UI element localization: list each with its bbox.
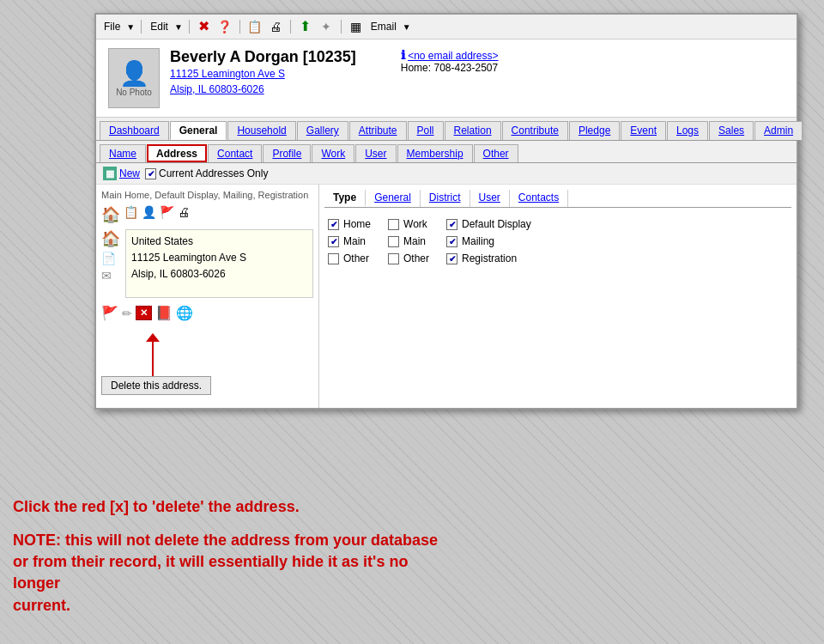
delete-tooltip-area: Delete this address.	[101, 333, 313, 395]
other-work-checkbox-row[interactable]: Other	[388, 252, 429, 264]
note-annotation: NOTE: this will not delete the address f…	[13, 530, 459, 617]
app-window: File ▼ Edit ▼ ✖ ❓ 📋 🖨 ⬆ ✦ ▦ Email ▼ 👤 No…	[94, 13, 798, 410]
email-menu[interactable]: Email	[368, 21, 399, 33]
work-checkbox[interactable]	[388, 219, 399, 230]
registration-checkbox[interactable]: ✔	[446, 253, 457, 264]
pdf-icon[interactable]: 📕	[155, 305, 173, 321]
type-tab-type[interactable]: Type	[324, 190, 366, 207]
sub-tabs: Name Address Contact Profile Work User M…	[96, 141, 797, 163]
tab-general[interactable]: General	[170, 121, 227, 140]
toolbar-sep-3	[239, 20, 240, 33]
main-work-label: Main	[403, 235, 426, 247]
annotation-text: Click the red [x] to 'delete' the addres…	[13, 498, 459, 617]
person-icon[interactable]: 👤	[142, 205, 156, 224]
other-home-checkbox-row[interactable]: Other	[328, 252, 371, 264]
new-icon: ▦	[103, 167, 117, 180]
person-address[interactable]: 11125 Leamington Ave S Alsip, IL 60803-6…	[170, 66, 356, 97]
default-display-checkbox[interactable]: ✔	[446, 219, 457, 230]
tab-pledge[interactable]: Pledge	[569, 121, 620, 140]
copy-icon[interactable]: 📋	[246, 18, 264, 35]
house-icon: 🏠	[101, 229, 122, 248]
tab-dashboard[interactable]: Dashboard	[100, 121, 169, 140]
subtab-work[interactable]: Work	[312, 144, 354, 162]
type-tab-contacts[interactable]: Contacts	[510, 190, 568, 207]
tab-contribute[interactable]: Contribute	[502, 121, 568, 140]
delete-icon[interactable]: ✖	[196, 18, 213, 35]
subtab-name[interactable]: Name	[100, 144, 146, 162]
tab-poll[interactable]: Poll	[408, 121, 444, 140]
tab-admin[interactable]: Admin	[754, 121, 803, 140]
print-icon[interactable]: 🖨	[267, 18, 284, 35]
subtab-profile[interactable]: Profile	[263, 144, 311, 162]
type-tab-general[interactable]: General	[366, 190, 421, 207]
tab-sales[interactable]: Sales	[709, 121, 754, 140]
green-flag-icon[interactable]: 🚩	[101, 305, 118, 321]
main-work-checkbox[interactable]	[388, 236, 399, 247]
default-display-checkbox-row[interactable]: ✔ Default Display	[446, 218, 531, 230]
help-circle-icon: ℹ	[401, 48, 405, 62]
type-tab-user[interactable]: User	[470, 190, 510, 207]
tab-attribute[interactable]: Attribute	[349, 121, 407, 140]
bottom-icons: 🚩 ✏ ✕ 📕 🌐	[101, 305, 313, 321]
subtab-contact[interactable]: Contact	[208, 144, 262, 162]
new-button[interactable]: ▦ New	[103, 167, 140, 180]
other-work-checkbox[interactable]	[388, 253, 399, 264]
type-col-home: ✔ Home ✔ Main Other	[328, 218, 371, 264]
type-tab-district[interactable]: District	[421, 190, 470, 207]
mailing-checkbox-row[interactable]: ✔ Mailing	[446, 235, 531, 247]
avatar-icon: 👤	[119, 59, 149, 88]
default-display-label: Default Display	[462, 218, 531, 230]
tab-logs[interactable]: Logs	[667, 121, 708, 140]
delete-red-x-button[interactable]: ✕	[136, 306, 152, 320]
email-address[interactable]: <no email address>	[408, 50, 498, 62]
delete-tooltip-btn[interactable]: Delete this address.	[101, 376, 211, 395]
globe-icon[interactable]: 🌐	[176, 305, 193, 321]
mailing-checkbox[interactable]: ✔	[446, 236, 457, 247]
work-checkbox-row[interactable]: Work	[388, 218, 429, 230]
current-addresses-checkbox-label[interactable]: ✔ Current Addresses Only	[145, 167, 268, 179]
current-addresses-checkbox[interactable]: ✔	[145, 168, 156, 179]
main-tabs: Dashboard General Household Gallery Attr…	[96, 118, 797, 141]
star-icon[interactable]: ✦	[318, 18, 335, 35]
home-checkbox-row[interactable]: ✔ Home	[328, 218, 371, 230]
address-line1: 11125 Leamington Ave S	[131, 250, 307, 266]
edit-pencil-icon[interactable]: ✏	[122, 307, 132, 320]
right-panel: Type General District User Contacts ✔ Ho…	[319, 185, 797, 408]
tab-gallery[interactable]: Gallery	[297, 121, 348, 140]
type-col-work: Work Main Other	[388, 218, 429, 264]
flag-icon[interactable]: 🚩	[160, 205, 174, 224]
help-icon[interactable]: ❓	[216, 18, 233, 35]
subtab-address[interactable]: Address	[147, 144, 207, 162]
subtab-membership[interactable]: Membership	[397, 144, 473, 162]
home-icon[interactable]: 🏠	[101, 205, 120, 224]
grid-icon[interactable]: ▦	[348, 18, 365, 35]
other-home-checkbox[interactable]	[328, 253, 339, 264]
main-work-checkbox-row[interactable]: Main	[388, 235, 429, 247]
print-addr-icon[interactable]: 🖨	[178, 205, 190, 224]
home-checkbox[interactable]: ✔	[328, 219, 339, 230]
tab-relation[interactable]: Relation	[445, 121, 501, 140]
tab-event[interactable]: Event	[621, 121, 666, 140]
avatar: 👤 No Photo	[108, 48, 160, 108]
left-panel: Main Home, Default Display, Mailing, Reg…	[96, 185, 319, 408]
tab-household[interactable]: Household	[227, 121, 295, 140]
main-home-checkbox-row[interactable]: ✔ Main	[328, 235, 371, 247]
annotation-arrow-svg	[144, 333, 161, 376]
mailing-label: Mailing	[462, 235, 494, 247]
email-arrow[interactable]: ▼	[403, 22, 411, 32]
subtab-other[interactable]: Other	[474, 144, 518, 162]
registration-checkbox-row[interactable]: ✔ Registration	[446, 252, 531, 264]
edit-menu[interactable]: Edit	[148, 21, 171, 33]
address-list-item: 🏠 📄 ✉ United States 11125 Leamington Ave…	[101, 229, 313, 298]
other-work-label: Other	[403, 252, 429, 264]
home-label: Home	[343, 218, 371, 230]
address-type-icons: 🏠 📄 ✉	[101, 229, 122, 298]
main-home-checkbox[interactable]: ✔	[328, 236, 339, 247]
file-menu[interactable]: File	[101, 21, 123, 33]
content-area: Main Home, Default Display, Mailing, Reg…	[96, 185, 797, 408]
type-col-display: ✔ Default Display ✔ Mailing ✔ Registrati…	[446, 218, 531, 264]
subtab-user[interactable]: User	[355, 144, 396, 162]
envelope-icon: ✉	[101, 269, 122, 283]
nav-icon[interactable]: ⬆	[297, 18, 314, 35]
copy-addr-icon[interactable]: 📋	[124, 205, 138, 224]
